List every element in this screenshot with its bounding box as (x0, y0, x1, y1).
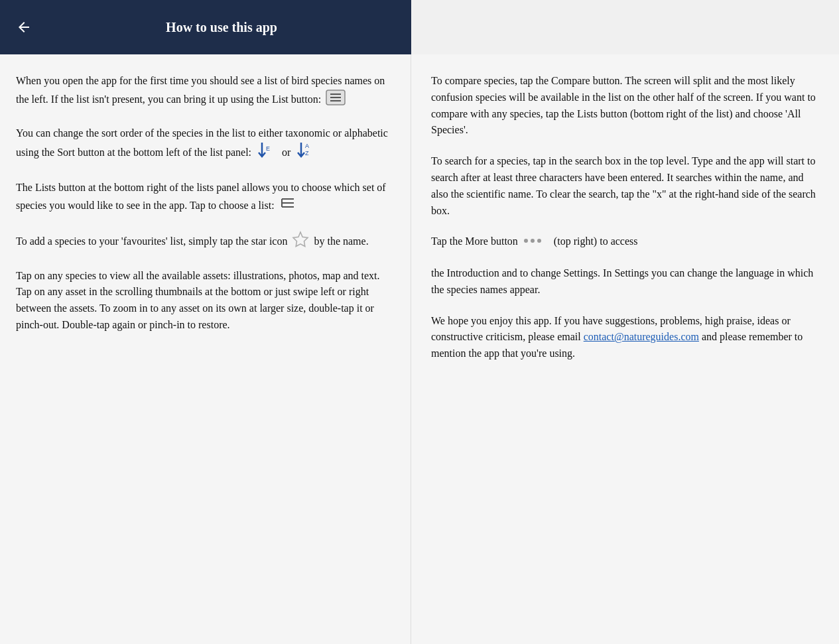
more-button-icon (523, 234, 549, 251)
more-text-before: Tap the More button (431, 235, 521, 247)
svg-text:A: A (305, 143, 309, 149)
tap-species-block: Tap on any species to view all the avail… (16, 268, 395, 334)
sort-alpha-icon: A Z (296, 141, 316, 165)
left-panel: When you open the app for the first time… (0, 54, 411, 644)
contact-block: We hope you enjoy this app. If you have … (431, 313, 819, 362)
settings-text: the Introduction and to change Settings.… (431, 267, 813, 295)
svg-point-16 (537, 239, 541, 243)
compare-text: To compare species, tap the Compare butt… (431, 75, 816, 135)
tap-species-text: Tap on any species to view all the avail… (16, 270, 380, 330)
content-area: When you open the app for the first time… (0, 54, 839, 644)
svg-text:E: E (266, 145, 270, 152)
compare-block: To compare species, tap the Compare butt… (431, 73, 819, 139)
more-text-after: (top right) to access (554, 235, 638, 247)
sort-block: You can change the sort order of the spe… (16, 125, 395, 166)
right-panel: To compare species, tap the Compare butt… (411, 54, 839, 644)
back-button[interactable] (13, 17, 34, 38)
svg-marker-13 (293, 232, 308, 247)
page-title: How to use this app (45, 17, 398, 37)
lists-block: The Lists button at the bottom right of … (16, 180, 395, 216)
email-link[interactable]: contact@natureguides.com (584, 331, 699, 342)
svg-point-15 (531, 239, 535, 243)
favourites-text-after: by the name. (314, 235, 368, 246)
favourites-block: To add a species to your 'favourites' li… (16, 231, 395, 253)
star-icon (292, 231, 309, 253)
favourites-text-before: To add a species to your 'favourites' li… (16, 235, 290, 246)
sort-or-text: or (282, 147, 293, 158)
more-block: Tap the More button (top right) to acces… (431, 233, 819, 251)
sort-text: You can change the sort order of the spe… (16, 127, 388, 158)
lists-text: The Lists button at the bottom right of … (16, 182, 386, 210)
search-block: To search for a species, tap in the sear… (431, 153, 819, 219)
app-container: How to use this app When you open the ap… (0, 0, 839, 644)
search-text: To search for a species, tap in the sear… (431, 155, 816, 216)
list-button-icon (326, 90, 346, 111)
lists-icon (279, 196, 296, 216)
header: How to use this app (0, 0, 411, 54)
svg-point-14 (524, 239, 528, 243)
svg-text:Z: Z (305, 150, 309, 157)
sort-taxonomic-icon: E (257, 141, 277, 165)
settings-block: the Introduction and to change Settings.… (431, 265, 819, 298)
intro-block: When you open the app for the first time… (16, 73, 395, 111)
